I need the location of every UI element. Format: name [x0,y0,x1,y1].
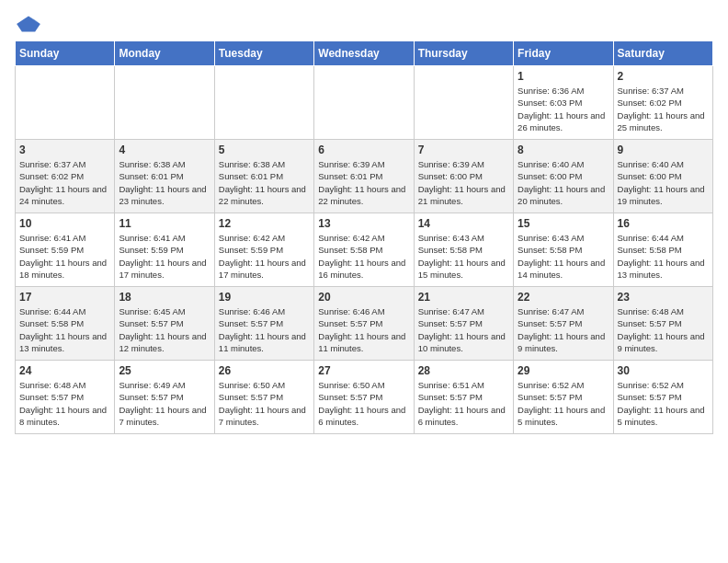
day-info: Sunrise: 6:43 AM Sunset: 5:58 PM Dayligh… [518,232,609,281]
calendar-cell: 15Sunrise: 6:43 AM Sunset: 5:58 PM Dayli… [514,213,613,287]
calendar-cell [115,66,214,140]
calendar-cell: 3Sunrise: 6:37 AM Sunset: 6:02 PM Daylig… [16,140,115,213]
day-info: Sunrise: 6:48 AM Sunset: 5:57 PM Dayligh… [618,305,709,354]
day-number: 20 [318,291,409,304]
day-info: Sunrise: 6:42 AM Sunset: 5:58 PM Dayligh… [318,232,409,281]
day-number: 14 [418,217,509,230]
col-header-sunday: Sunday [16,41,115,66]
day-number: 7 [418,144,509,156]
day-number: 30 [618,364,709,377]
calendar-week-5: 24Sunrise: 6:48 AM Sunset: 5:57 PM Dayli… [16,361,713,434]
day-number: 2 [618,70,709,83]
calendar-header-row: SundayMondayTuesdayWednesdayThursdayFrid… [16,41,713,66]
day-info: Sunrise: 6:37 AM Sunset: 6:02 PM Dayligh… [618,85,709,133]
calendar-cell: 29Sunrise: 6:52 AM Sunset: 5:57 PM Dayli… [514,361,613,434]
day-info: Sunrise: 6:45 AM Sunset: 5:57 PM Dayligh… [119,305,210,354]
calendar-cell: 13Sunrise: 6:42 AM Sunset: 5:58 PM Dayli… [314,213,414,287]
day-info: Sunrise: 6:43 AM Sunset: 5:58 PM Dayligh… [418,232,509,281]
day-info: Sunrise: 6:41 AM Sunset: 5:59 PM Dayligh… [119,232,210,281]
day-info: Sunrise: 6:52 AM Sunset: 5:57 PM Dayligh… [518,379,609,428]
calendar-cell [16,66,115,140]
day-info: Sunrise: 6:47 AM Sunset: 5:57 PM Dayligh… [418,305,509,354]
calendar-week-3: 10Sunrise: 6:41 AM Sunset: 5:59 PM Dayli… [16,213,713,287]
calendar-cell: 26Sunrise: 6:50 AM Sunset: 5:57 PM Dayli… [214,361,313,434]
day-info: Sunrise: 6:36 AM Sunset: 6:03 PM Dayligh… [518,85,609,133]
calendar-cell: 25Sunrise: 6:49 AM Sunset: 5:57 PM Dayli… [115,361,214,434]
col-header-saturday: Saturday [613,41,712,66]
svg-marker-0 [17,16,40,31]
day-number: 19 [219,291,310,304]
day-info: Sunrise: 6:38 AM Sunset: 6:01 PM Dayligh… [219,158,310,207]
day-info: Sunrise: 6:38 AM Sunset: 6:01 PM Dayligh… [119,158,210,207]
calendar-week-2: 3Sunrise: 6:37 AM Sunset: 6:02 PM Daylig… [16,140,713,213]
day-number: 3 [19,144,110,156]
page-header [15,15,713,33]
day-number: 21 [418,291,509,304]
day-number: 24 [19,364,110,377]
day-number: 6 [318,144,409,156]
calendar-cell: 14Sunrise: 6:43 AM Sunset: 5:58 PM Dayli… [414,213,513,287]
calendar-week-4: 17Sunrise: 6:44 AM Sunset: 5:58 PM Dayli… [16,287,713,361]
day-number: 12 [219,217,310,230]
calendar-cell: 6Sunrise: 6:39 AM Sunset: 6:01 PM Daylig… [314,140,414,213]
day-info: Sunrise: 6:51 AM Sunset: 5:57 PM Dayligh… [418,379,509,428]
calendar-table: SundayMondayTuesdayWednesdayThursdayFrid… [15,40,713,434]
day-number: 15 [518,217,609,230]
day-info: Sunrise: 6:48 AM Sunset: 5:57 PM Dayligh… [19,379,110,428]
day-info: Sunrise: 6:40 AM Sunset: 6:00 PM Dayligh… [518,158,609,207]
day-info: Sunrise: 6:39 AM Sunset: 6:00 PM Dayligh… [418,158,509,207]
calendar-cell: 2Sunrise: 6:37 AM Sunset: 6:02 PM Daylig… [613,66,712,140]
calendar-cell: 23Sunrise: 6:48 AM Sunset: 5:57 PM Dayli… [613,287,712,361]
day-info: Sunrise: 6:52 AM Sunset: 5:57 PM Dayligh… [618,379,709,428]
calendar-cell: 12Sunrise: 6:42 AM Sunset: 5:59 PM Dayli… [214,213,313,287]
col-header-tuesday: Tuesday [214,41,313,66]
col-header-monday: Monday [115,41,214,66]
day-info: Sunrise: 6:49 AM Sunset: 5:57 PM Dayligh… [119,379,210,428]
calendar-cell: 30Sunrise: 6:52 AM Sunset: 5:57 PM Dayli… [613,361,712,434]
day-number: 28 [418,364,509,377]
calendar-cell: 7Sunrise: 6:39 AM Sunset: 6:00 PM Daylig… [414,140,513,213]
day-number: 23 [618,291,709,304]
day-number: 18 [119,291,210,304]
calendar-cell: 4Sunrise: 6:38 AM Sunset: 6:01 PM Daylig… [115,140,214,213]
calendar-cell: 5Sunrise: 6:38 AM Sunset: 6:01 PM Daylig… [214,140,313,213]
day-info: Sunrise: 6:47 AM Sunset: 5:57 PM Dayligh… [518,305,609,354]
day-number: 17 [19,291,110,304]
day-number: 27 [318,364,409,377]
logo-icon [15,15,42,33]
day-number: 13 [318,217,409,230]
calendar-cell: 9Sunrise: 6:40 AM Sunset: 6:00 PM Daylig… [613,140,712,213]
day-number: 5 [219,144,310,156]
calendar-cell: 11Sunrise: 6:41 AM Sunset: 5:59 PM Dayli… [115,213,214,287]
calendar-cell: 17Sunrise: 6:44 AM Sunset: 5:58 PM Dayli… [16,287,115,361]
calendar-cell: 27Sunrise: 6:50 AM Sunset: 5:57 PM Dayli… [314,361,414,434]
day-number: 29 [518,364,609,377]
calendar-cell: 21Sunrise: 6:47 AM Sunset: 5:57 PM Dayli… [414,287,513,361]
calendar-cell: 10Sunrise: 6:41 AM Sunset: 5:59 PM Dayli… [16,213,115,287]
day-number: 25 [119,364,210,377]
day-number: 26 [219,364,310,377]
day-number: 4 [119,144,210,156]
calendar-cell: 1Sunrise: 6:36 AM Sunset: 6:03 PM Daylig… [514,66,613,140]
day-info: Sunrise: 6:39 AM Sunset: 6:01 PM Dayligh… [318,158,409,207]
calendar-cell: 20Sunrise: 6:46 AM Sunset: 5:57 PM Dayli… [314,287,414,361]
day-info: Sunrise: 6:44 AM Sunset: 5:58 PM Dayligh… [19,305,110,354]
calendar-cell [314,66,414,140]
calendar-cell: 16Sunrise: 6:44 AM Sunset: 5:58 PM Dayli… [613,213,712,287]
calendar-cell: 24Sunrise: 6:48 AM Sunset: 5:57 PM Dayli… [16,361,115,434]
col-header-friday: Friday [514,41,613,66]
calendar-cell: 28Sunrise: 6:51 AM Sunset: 5:57 PM Dayli… [414,361,513,434]
day-info: Sunrise: 6:42 AM Sunset: 5:59 PM Dayligh… [219,232,310,281]
day-number: 1 [518,70,609,83]
day-number: 10 [19,217,110,230]
calendar-cell: 8Sunrise: 6:40 AM Sunset: 6:00 PM Daylig… [514,140,613,213]
day-info: Sunrise: 6:46 AM Sunset: 5:57 PM Dayligh… [219,305,310,354]
calendar-cell [214,66,313,140]
calendar-cell: 22Sunrise: 6:47 AM Sunset: 5:57 PM Dayli… [514,287,613,361]
day-info: Sunrise: 6:41 AM Sunset: 5:59 PM Dayligh… [19,232,110,281]
day-number: 8 [518,144,609,156]
day-number: 11 [119,217,210,230]
day-info: Sunrise: 6:40 AM Sunset: 6:00 PM Dayligh… [618,158,709,207]
col-header-wednesday: Wednesday [314,41,414,66]
calendar-week-1: 1Sunrise: 6:36 AM Sunset: 6:03 PM Daylig… [16,66,713,140]
